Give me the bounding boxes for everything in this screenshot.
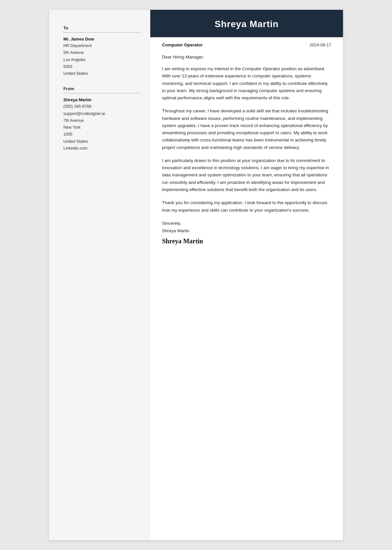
to-divider: [63, 32, 141, 33]
from-label: From: [63, 86, 141, 91]
sender-city: New York: [63, 124, 141, 131]
from-section: From Shreya Martin (555) 345-6789 suppor…: [63, 86, 141, 152]
sender-street: 7th Avenue: [63, 117, 141, 124]
job-title: Computer Operator: [162, 42, 203, 47]
closing-name: Shreya Martin: [162, 227, 331, 235]
sender-country: United States: [63, 138, 141, 145]
sidebar: To Mr. James Dow HR Department 5th Avenu…: [49, 10, 150, 540]
sender-linkedin: Linkedin.com: [63, 145, 141, 152]
paragraph-1: I am writing to express my interest in t…: [162, 65, 331, 102]
sender-phone: (555) 345-6789: [63, 103, 141, 110]
to-section: To Mr. James Dow HR Department 5th Avenu…: [63, 25, 141, 77]
recipient-city: Los Angeles: [63, 57, 141, 63]
from-divider: [63, 93, 141, 93]
letter-date: 2024-08-17: [310, 42, 332, 47]
signature: Shreya Martin: [162, 237, 331, 245]
sender-name: Shreya Martin: [63, 97, 141, 102]
recipient-department: HR Department: [63, 42, 141, 49]
to-label: To: [63, 25, 141, 30]
closing-word: Sincerely,: [162, 220, 331, 227]
recipient-street: 5th Avenue: [63, 49, 141, 56]
letter-body: Dear Hiring Manager, I am writing to exp…: [150, 53, 343, 245]
recipient-name: Mr. James Dow: [63, 37, 141, 41]
salutation: Dear Hiring Manager,: [162, 55, 331, 59]
recipient-zip: 5002: [63, 63, 141, 70]
header-bar: Shreya Martin: [150, 10, 343, 37]
page: To Mr. James Dow HR Department 5th Avenu…: [49, 10, 343, 540]
meta-row: Computer Operator 2024-08-17: [150, 37, 343, 47]
sender-zip: 1005: [63, 131, 141, 138]
closing-block: Sincerely, Shreya Martin: [162, 220, 331, 235]
paragraph-2: Throughout my career, I have developed a…: [162, 107, 331, 151]
main-content: Shreya Martin Computer Operator 2024-08-…: [150, 10, 343, 540]
applicant-name: Shreya Martin: [161, 19, 333, 29]
sender-email: support@cvdesigner.ai: [63, 110, 141, 117]
recipient-country: United States: [63, 70, 141, 77]
paragraph-4: Thank you for considering my application…: [162, 199, 331, 214]
paragraph-3: I am particularly drawn to this position…: [162, 157, 331, 193]
